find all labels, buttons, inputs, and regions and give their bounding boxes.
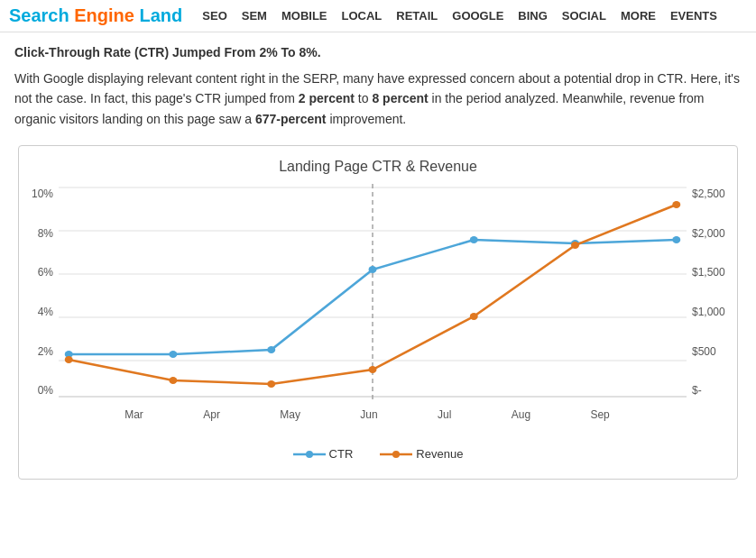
article-content: Click-Through Rate (CTR) Jumped From 2% … xyxy=(0,32,756,489)
article-headline: Click-Through Rate (CTR) Jumped From 2% … xyxy=(14,45,742,59)
revenue-legend-icon xyxy=(380,449,412,460)
ctr-dot-sep xyxy=(672,236,680,243)
rev-dot-aug xyxy=(571,242,579,249)
ctr-dot-apr xyxy=(169,351,177,358)
nav-mobile[interactable]: MOBILE xyxy=(274,7,335,24)
y-left-4: 4% xyxy=(38,306,53,318)
y-axis-left: 10% 8% 6% 4% 2% 0% xyxy=(28,184,59,400)
y-left-6: 6% xyxy=(38,266,53,279)
y-axis-right: $2,500 $2,000 $1,500 $1,000 $500 $- xyxy=(687,184,728,400)
chart-area: 10% 8% 6% 4% 2% 0% xyxy=(28,184,728,436)
ctr-dot-jun xyxy=(369,266,377,273)
y-left-10: 10% xyxy=(32,188,53,200)
rev-dot-jun xyxy=(369,366,377,373)
header: Search Engine Land SEO SEM MOBILE LOCAL … xyxy=(0,0,756,32)
rev-dot-mar xyxy=(65,356,73,363)
nav-social[interactable]: SOCIAL xyxy=(555,7,613,24)
nav-events[interactable]: EVENTS xyxy=(663,7,724,24)
x-label-aug: Aug xyxy=(512,408,530,421)
x-label-apr: Apr xyxy=(203,408,220,421)
svg-point-10 xyxy=(392,451,400,458)
ctr-legend-label: CTR xyxy=(329,447,354,461)
nav-google[interactable]: GOOGLE xyxy=(445,7,511,24)
logo-engine: Engine xyxy=(74,5,134,25)
nav-local[interactable]: LOCAL xyxy=(335,7,390,24)
ctr-dot-jul xyxy=(470,236,478,243)
y-right-0: $- xyxy=(692,384,702,397)
chart-container: Landing Page CTR & Revenue 10% 8% 6% 4% … xyxy=(18,145,738,480)
y-right-500: $500 xyxy=(692,345,716,358)
y-right-2000: $2,000 xyxy=(692,227,725,240)
body-bold2: 8 percent xyxy=(372,91,428,105)
rev-dot-apr xyxy=(169,377,177,384)
nav-more[interactable]: MORE xyxy=(613,7,663,24)
x-label-may: May xyxy=(280,408,300,421)
x-label-jul: Jul xyxy=(438,408,451,421)
y-right-1500: $1,500 xyxy=(692,266,725,279)
y-right-2500: $2,500 xyxy=(692,188,725,200)
legend-ctr: CTR xyxy=(293,447,354,461)
chart-title: Landing Page CTR & Revenue xyxy=(28,159,728,175)
article-body: With Google displaying relevant content … xyxy=(14,69,742,129)
ctr-dot-may xyxy=(267,346,275,353)
chart-svg-wrapper: Mar Apr May Jun Jul Aug Sep xyxy=(59,184,687,436)
svg-point-8 xyxy=(306,451,313,458)
y-left-2: 2% xyxy=(38,345,53,358)
revenue-legend-label: Revenue xyxy=(416,447,463,461)
logo-search: Search xyxy=(9,5,69,25)
x-label-mar: Mar xyxy=(124,408,143,421)
x-axis: Mar Apr May Jun Jul Aug Sep xyxy=(95,405,640,421)
chart-legend: CTR Revenue xyxy=(28,447,728,461)
y-right-1000: $1,000 xyxy=(692,306,725,318)
nav-sem[interactable]: SEM xyxy=(235,7,274,24)
nav-bing[interactable]: BING xyxy=(511,7,555,24)
site-logo[interactable]: Search Engine Land xyxy=(9,5,182,26)
chart-svg xyxy=(59,184,687,400)
logo-land: Land xyxy=(140,5,183,25)
x-label-sep: Sep xyxy=(590,408,609,421)
main-nav: SEO SEM MOBILE LOCAL RETAIL GOOGLE BING … xyxy=(195,7,724,24)
ctr-legend-icon xyxy=(293,449,326,460)
body-mid1: to xyxy=(355,91,372,105)
y-left-0: 0% xyxy=(38,384,53,397)
x-label-jun: Jun xyxy=(360,408,377,421)
rev-dot-sep xyxy=(672,201,680,208)
rev-dot-may xyxy=(267,380,275,388)
body-bold1: 2 percent xyxy=(299,91,355,105)
nav-retail[interactable]: RETAIL xyxy=(389,7,445,24)
legend-revenue: Revenue xyxy=(380,447,463,461)
nav-seo[interactable]: SEO xyxy=(195,7,234,24)
y-left-8: 8% xyxy=(38,227,53,240)
body-end: improvement. xyxy=(327,112,407,126)
rev-dot-jul xyxy=(470,313,478,320)
body-bold3: 677-percent xyxy=(255,112,327,126)
